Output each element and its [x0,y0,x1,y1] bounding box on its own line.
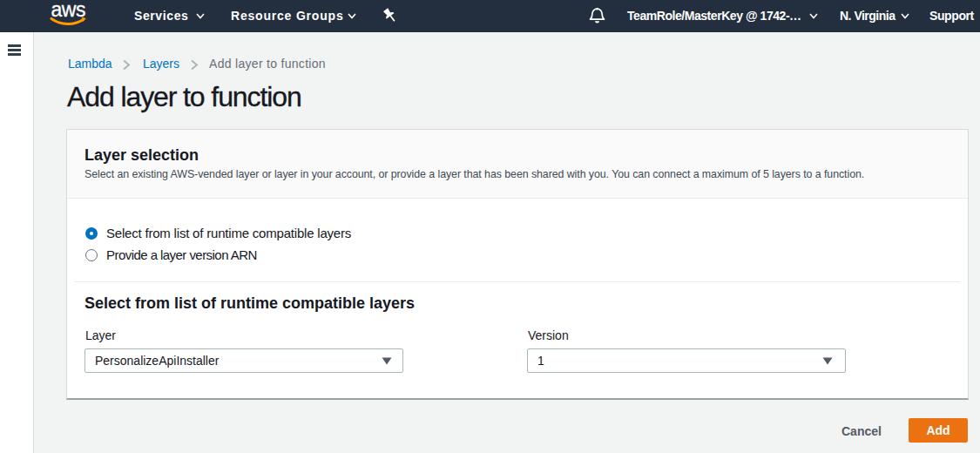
svg-text:aws: aws [51,0,85,21]
